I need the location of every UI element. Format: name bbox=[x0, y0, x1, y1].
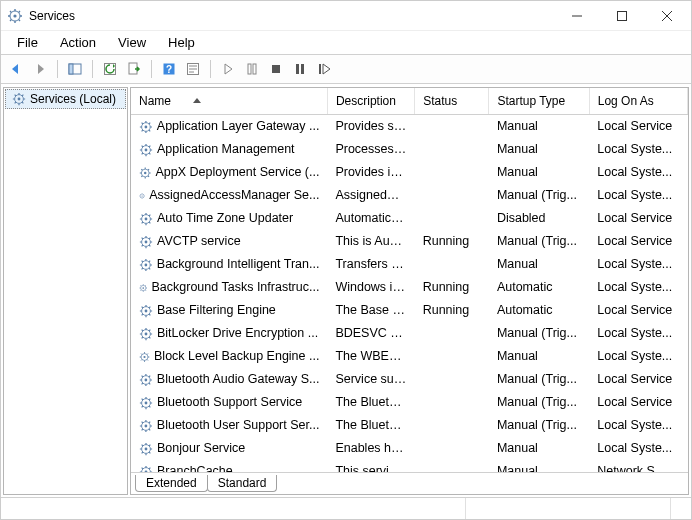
forward-button[interactable] bbox=[29, 58, 51, 80]
tree-pane: Services (Local) bbox=[3, 87, 128, 495]
service-status bbox=[415, 437, 489, 460]
restart-service-button[interactable] bbox=[313, 58, 335, 80]
service-status bbox=[415, 253, 489, 276]
service-startup: Manual bbox=[489, 345, 589, 368]
service-description: Windows in... bbox=[327, 276, 414, 299]
gear-icon bbox=[139, 235, 153, 249]
service-startup: Disabled bbox=[489, 207, 589, 230]
show-hide-console-button[interactable] bbox=[64, 58, 86, 80]
table-row[interactable]: Background Intelligent Tran...Transfers … bbox=[131, 253, 688, 276]
service-name: Bluetooth User Support Ser... bbox=[157, 416, 320, 435]
service-name: Application Management bbox=[157, 140, 295, 159]
service-startup: Manual bbox=[489, 253, 589, 276]
table-row[interactable]: Base Filtering EngineThe Base Fil...Runn… bbox=[131, 299, 688, 322]
gear-icon bbox=[139, 373, 153, 387]
table-row[interactable]: AssignedAccessManager Se...AssignedAc...… bbox=[131, 184, 688, 207]
service-logon: Local Service bbox=[589, 391, 687, 414]
table-row[interactable]: Bluetooth User Support Ser...The Bluetoo… bbox=[131, 414, 688, 437]
service-name: AppX Deployment Service (... bbox=[155, 163, 319, 182]
list-pane: Name Description Status Startup Type Log… bbox=[130, 87, 689, 495]
service-startup: Manual bbox=[489, 460, 589, 472]
service-name: Background Intelligent Tran... bbox=[157, 255, 320, 274]
pause-service-button-2[interactable] bbox=[289, 58, 311, 80]
service-startup: Manual bbox=[489, 115, 589, 139]
table-row[interactable]: Bluetooth Audio Gateway S...Service sup.… bbox=[131, 368, 688, 391]
table-row[interactable]: Auto Time Zone UpdaterAutomatica...Disab… bbox=[131, 207, 688, 230]
service-status bbox=[415, 207, 489, 230]
tree-root-services-local[interactable]: Services (Local) bbox=[5, 89, 126, 109]
service-description: Service sup... bbox=[327, 368, 414, 391]
table-row[interactable]: Application Layer Gateway ...Provides su… bbox=[131, 115, 688, 139]
help-button[interactable]: ? bbox=[158, 58, 180, 80]
gear-icon bbox=[139, 442, 153, 456]
column-header-status[interactable]: Status bbox=[415, 88, 489, 115]
close-button[interactable] bbox=[644, 1, 689, 31]
service-description: Automatica... bbox=[327, 207, 414, 230]
service-description: BDESVC hos... bbox=[327, 322, 414, 345]
menu-help[interactable]: Help bbox=[158, 33, 205, 52]
service-startup: Manual (Trig... bbox=[489, 322, 589, 345]
table-row[interactable]: Application ManagementProcesses in...Man… bbox=[131, 138, 688, 161]
svg-rect-13 bbox=[296, 64, 299, 74]
menu-file[interactable]: File bbox=[7, 33, 48, 52]
gear-icon bbox=[139, 258, 153, 272]
service-logon: Local Service bbox=[589, 299, 687, 322]
service-logon: Local Service bbox=[589, 115, 687, 139]
svg-rect-11 bbox=[253, 64, 256, 74]
column-header-startup[interactable]: Startup Type bbox=[489, 88, 589, 115]
stop-service-button[interactable] bbox=[265, 58, 287, 80]
table-row[interactable]: Block Level Backup Engine ...The WBENG..… bbox=[131, 345, 688, 368]
services-grid: Name Description Status Startup Type Log… bbox=[131, 88, 688, 472]
service-name: Bluetooth Support Service bbox=[157, 393, 302, 412]
start-service-button[interactable] bbox=[217, 58, 239, 80]
service-logon: Local Syste... bbox=[589, 161, 687, 184]
pause-service-button[interactable] bbox=[241, 58, 263, 80]
column-header-logon[interactable]: Log On As bbox=[589, 88, 687, 115]
service-logon: Local Syste... bbox=[589, 138, 687, 161]
service-description: The WBENG... bbox=[327, 345, 414, 368]
table-row[interactable]: Background Tasks Infrastruc...Windows in… bbox=[131, 276, 688, 299]
refresh-button[interactable] bbox=[99, 58, 121, 80]
service-logon: Local Service bbox=[589, 207, 687, 230]
service-status bbox=[415, 414, 489, 437]
table-row[interactable]: AppX Deployment Service (...Provides inf… bbox=[131, 161, 688, 184]
service-status bbox=[415, 161, 489, 184]
back-button[interactable] bbox=[5, 58, 27, 80]
service-description: The Bluetoo... bbox=[327, 391, 414, 414]
services-grid-scroll[interactable]: Name Description Status Startup Type Log… bbox=[131, 88, 688, 472]
menu-view[interactable]: View bbox=[108, 33, 156, 52]
service-name: Application Layer Gateway ... bbox=[157, 117, 320, 136]
service-startup: Manual bbox=[489, 437, 589, 460]
service-startup: Manual (Trig... bbox=[489, 184, 589, 207]
titlebar: Services bbox=[1, 1, 691, 31]
table-row[interactable]: Bluetooth Support ServiceThe Bluetoo...M… bbox=[131, 391, 688, 414]
minimize-button[interactable] bbox=[554, 1, 599, 31]
export-list-button[interactable] bbox=[123, 58, 145, 80]
tab-standard[interactable]: Standard bbox=[207, 475, 278, 492]
table-row[interactable]: AVCTP serviceThis is Audi...RunningManua… bbox=[131, 230, 688, 253]
table-row[interactable]: BranchCacheThis service ...ManualNetwork… bbox=[131, 460, 688, 472]
gear-icon bbox=[139, 212, 153, 226]
service-logon: Local Syste... bbox=[589, 414, 687, 437]
table-row[interactable]: BitLocker Drive Encryption ...BDESVC hos… bbox=[131, 322, 688, 345]
gear-icon bbox=[139, 281, 148, 295]
gear-icon bbox=[139, 120, 153, 134]
column-header-description[interactable]: Description bbox=[327, 88, 414, 115]
maximize-button[interactable] bbox=[599, 1, 644, 31]
service-status bbox=[415, 322, 489, 345]
table-row[interactable]: Bonjour ServiceEnables har...ManualLocal… bbox=[131, 437, 688, 460]
service-startup: Manual bbox=[489, 138, 589, 161]
svg-rect-4 bbox=[69, 64, 73, 74]
tab-extended[interactable]: Extended bbox=[135, 475, 208, 492]
menu-action[interactable]: Action bbox=[50, 33, 106, 52]
properties-button[interactable] bbox=[182, 58, 204, 80]
service-description: This is Audi... bbox=[327, 230, 414, 253]
column-header-name[interactable]: Name bbox=[131, 88, 327, 115]
toolbar: ? bbox=[1, 55, 691, 84]
service-status bbox=[415, 368, 489, 391]
service-description: Provides su... bbox=[327, 115, 414, 139]
service-name: AssignedAccessManager Se... bbox=[149, 186, 319, 205]
service-status: Running bbox=[415, 299, 489, 322]
gear-icon bbox=[139, 350, 150, 364]
service-name: Base Filtering Engine bbox=[157, 301, 276, 320]
